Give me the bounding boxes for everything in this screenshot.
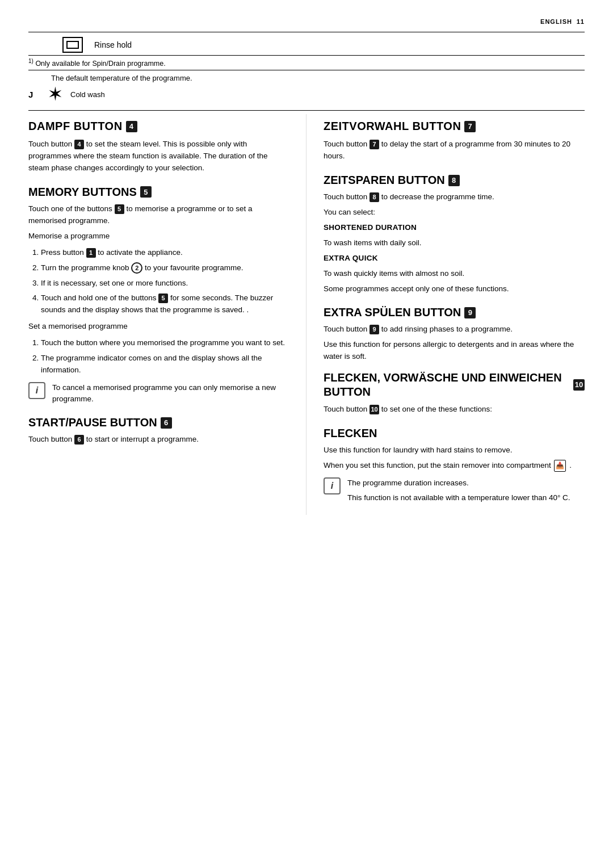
- memory-buttons-section: MEMORY BUTTONS 5 Touch one of the button…: [28, 186, 289, 405]
- page-number: 11: [577, 18, 585, 25]
- flecken-section: FLECKEN Use this function for laundry wi…: [324, 427, 585, 507]
- language-label: ENGLISH: [540, 18, 572, 25]
- flecken-info-icon: i: [324, 477, 341, 494]
- flecken-button-body: Touch button 10 to set one of the these …: [324, 404, 585, 416]
- footnote-text: Only available for Spin/Drain programme.: [35, 60, 165, 68]
- list-item: The programme indicator comes on and the…: [41, 353, 289, 376]
- zeitvorwahl-title-text: ZEITVORWAHL BUTTON: [324, 120, 461, 133]
- start-pause-title: START/PAUSE BUTTON 6: [28, 416, 289, 429]
- zeitsparen-body-before: Touch button: [324, 192, 367, 201]
- page-header: ENGLISH 11: [28, 17, 585, 26]
- page: ENGLISH 11 Rinse hold 1) Only available …: [0, 0, 613, 868]
- memorise-steps: Press button 1 to activate the appliance…: [28, 247, 289, 317]
- shortened-desc: To wash items with daily soil.: [324, 237, 585, 249]
- compartment-icon: 📥: [554, 460, 566, 472]
- list-item: Press button 1 to activate the appliance…: [41, 247, 289, 259]
- flecken-button-title: FLECKEN, VORWÄSCHE UND EINWEICHEN BUTTON…: [324, 371, 585, 399]
- rinse-hold-label: Rinse hold: [94, 40, 132, 49]
- extra-spulen-badge: 9: [464, 307, 476, 318]
- dampf-badge: 4: [126, 121, 137, 132]
- flecken-desc1: Use this function for laundry with hard …: [324, 445, 585, 456]
- footnote: 1) Only available for Spin/Drain program…: [28, 55, 585, 70]
- list-item: If it is necessary, set one or more func…: [41, 278, 289, 290]
- list-item: Touch the button where you memorised the…: [41, 337, 289, 349]
- footnote-superscript: 1): [28, 58, 33, 64]
- start-pause-badge: 6: [161, 417, 172, 429]
- set-label: Set a memorised programme: [28, 321, 289, 333]
- zeitsparen-badge: 8: [448, 175, 460, 186]
- zeitsparen-inline-badge: 8: [370, 192, 379, 202]
- zeitvorwahl-body-before: Touch button: [324, 140, 367, 148]
- flecken-button-inline-badge: 10: [370, 405, 379, 414]
- memorise-label: Memorise a programme: [28, 230, 289, 242]
- memory-body: Touch one of the buttons 5 to memorise a…: [28, 203, 289, 405]
- j-label: J: [28, 90, 40, 99]
- flecken-button-body-after: to set one of the these functions:: [381, 405, 492, 413]
- start-pause-section: START/PAUSE BUTTON 6 Touch button 6 to s…: [28, 416, 289, 446]
- dampf-inline-badge: 4: [74, 140, 84, 149]
- info-icon: i: [28, 382, 45, 399]
- rinse-hold-icon: [62, 37, 83, 53]
- start-pause-body-after: to start or interrupt a programme.: [86, 435, 199, 443]
- flecken-desc2-row: When you set this function, put the stai…: [324, 460, 585, 472]
- left-column: DAMPF BUTTON 4 Touch button 4 to set the…: [28, 114, 306, 515]
- you-can-select: You can select:: [324, 207, 585, 219]
- flecken-info-note: This function is not available with a te…: [347, 492, 570, 504]
- zeitvorwahl-title: ZEITVORWAHL BUTTON 7: [324, 120, 585, 133]
- svg-rect-0: [67, 41, 78, 48]
- extra-spulen-body-after: to add rinsing phases to a programme.: [381, 325, 513, 333]
- memory-title-text: MEMORY BUTTONS: [28, 186, 137, 199]
- dampf-title-text: DAMPF BUTTON: [28, 120, 123, 133]
- extra-spulen-title-text: EXTRA SPÜLEN BUTTON: [324, 306, 461, 319]
- memory-info-text: To cancel a memorised programme you can …: [52, 382, 289, 405]
- memory-badge: 5: [140, 186, 152, 198]
- snowflake-icon: ✶: [49, 86, 61, 103]
- zeitvorwahl-section: ZEITVORWAHL BUTTON 7 Touch button 7 to d…: [324, 120, 585, 162]
- flecken-title-text: FLECKEN: [324, 427, 377, 440]
- flecken-info-content: The programme duration increases. This f…: [347, 477, 570, 508]
- zeitvorwahl-inline-badge: 7: [370, 140, 379, 149]
- flecken-desc3: .: [569, 461, 572, 469]
- rinse-hold-row: Rinse hold: [28, 32, 585, 55]
- j-section: The default temperature of the programme…: [28, 70, 585, 107]
- start-pause-body: Touch button 6 to start or interrupt a p…: [28, 434, 289, 446]
- step1-badge: 1: [86, 248, 96, 258]
- start-pause-inline-badge: 6: [74, 435, 84, 445]
- zeitsparen-body: Touch button 8 to decrease the programme…: [324, 191, 585, 295]
- memory-info-box: i To cancel a memorised programme you ca…: [28, 382, 289, 405]
- step4-badge: 5: [158, 293, 168, 303]
- dampf-title: DAMPF BUTTON 4: [28, 120, 289, 133]
- zeitsparen-section: ZEITSPAREN BUTTON 8 Touch button 8 to de…: [324, 174, 585, 295]
- cold-wash-label: Cold wash: [70, 90, 105, 99]
- flecken-desc2: When you set this function, put the stai…: [324, 461, 551, 469]
- extra-quick-desc: To wash quickly items with almost no soi…: [324, 268, 585, 280]
- extra-spulen-title: EXTRA SPÜLEN BUTTON 9: [324, 306, 585, 319]
- start-pause-title-text: START/PAUSE BUTTON: [28, 416, 157, 429]
- zeitsparen-note: Some programmes accept only one of these…: [324, 283, 585, 295]
- zeitvorwahl-body: Touch button 7 to delay the start of a p…: [324, 139, 585, 162]
- zeitvorwahl-badge: 7: [464, 121, 476, 132]
- zeitsparen-title: ZEITSPAREN BUTTON 8: [324, 174, 585, 187]
- flecken-button-section: FLECKEN, VORWÄSCHE UND EINWEICHEN BUTTON…: [324, 371, 585, 416]
- flecken-button-badge: 10: [573, 379, 585, 391]
- j-row: J ✶ Cold wash: [28, 86, 585, 103]
- list-item: Touch and hold one of the buttons 5 for …: [41, 292, 289, 316]
- memory-body1: Touch one of the buttons: [28, 204, 112, 213]
- extra-spulen-body-before: Touch button: [324, 325, 367, 333]
- start-pause-body-before: Touch button: [28, 435, 72, 443]
- flecken-info-box: i The programme duration increases. This…: [324, 477, 585, 508]
- right-column: ZEITVORWAHL BUTTON 7 Touch button 7 to d…: [306, 114, 585, 515]
- zeitsparen-body-after: to decrease the programme time.: [381, 192, 494, 201]
- flecken-title: FLECKEN: [324, 427, 585, 440]
- extra-spulen-section: EXTRA SPÜLEN BUTTON 9 Touch button 9 to …: [324, 306, 585, 363]
- memory-inline-badge: 5: [115, 204, 124, 214]
- main-divider: [28, 110, 585, 111]
- extra-spulen-body: Touch button 9 to add rinsing phases to …: [324, 324, 585, 363]
- extra-quick-label: EXTRA QUICK: [324, 253, 585, 265]
- extra-spulen-inline-badge: 9: [370, 325, 379, 334]
- flecken-button-body-before: Touch button: [324, 405, 367, 413]
- two-col-layout: DAMPF BUTTON 4 Touch button 4 to set the…: [28, 114, 585, 515]
- list-item: Turn the programme knob 2 to your favour…: [41, 262, 289, 274]
- flecken-body: Use this function for laundry with hard …: [324, 445, 585, 507]
- dampf-button-section: DAMPF BUTTON 4 Touch button 4 to set the…: [28, 120, 289, 174]
